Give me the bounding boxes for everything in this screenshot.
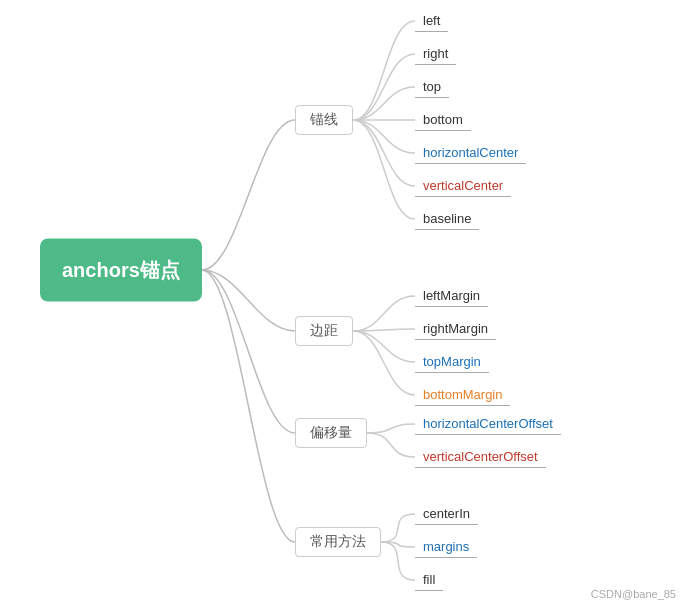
branch-label: 常用方法	[310, 533, 366, 549]
mind-map: anchors锚点 锚线 边距 偏移量 常用方法 left right top …	[0, 0, 686, 608]
leaf-h-center-offset: horizontalCenterOffset	[415, 413, 561, 435]
watermark-text: CSDN@bane_85	[591, 588, 676, 600]
leaf-top-margin: topMargin	[415, 351, 489, 373]
root-node: anchors锚点	[40, 239, 202, 302]
leaf-margins: margins	[415, 536, 477, 558]
watermark: CSDN@bane_85	[591, 588, 676, 600]
branch-offset: 偏移量	[295, 418, 367, 448]
branch-label: 偏移量	[310, 424, 352, 440]
branch-anchor-lines: 锚线	[295, 105, 353, 135]
leaf-left-margin: leftMargin	[415, 285, 488, 307]
leaf-v-center-offset: verticalCenterOffset	[415, 446, 546, 468]
branch-methods: 常用方法	[295, 527, 381, 557]
leaf-center-in: centerIn	[415, 503, 478, 525]
leaf-top: top	[415, 76, 449, 98]
leaf-bottom-margin: bottomMargin	[415, 384, 510, 406]
branch-label: 锚线	[310, 111, 338, 127]
leaf-horizontal-center: horizontalCenter	[415, 142, 526, 164]
branch-label: 边距	[310, 322, 338, 338]
branch-margins: 边距	[295, 316, 353, 346]
leaf-bottom: bottom	[415, 109, 471, 131]
leaf-vertical-center: verticalCenter	[415, 175, 511, 197]
root-label: anchors锚点	[62, 259, 180, 281]
leaf-baseline: baseline	[415, 208, 479, 230]
leaf-right-margin: rightMargin	[415, 318, 496, 340]
leaf-right: right	[415, 43, 456, 65]
leaf-left: left	[415, 10, 448, 32]
leaf-fill: fill	[415, 569, 443, 591]
